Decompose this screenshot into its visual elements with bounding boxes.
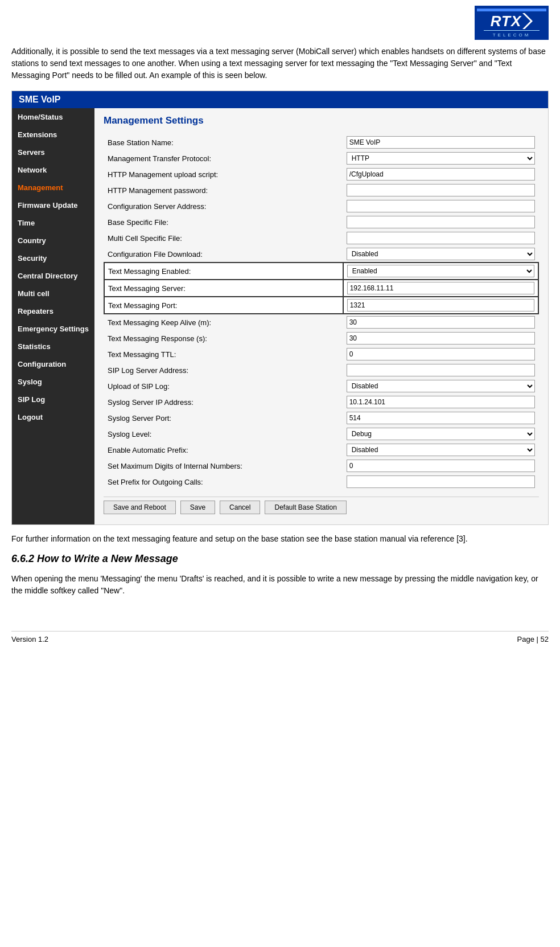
form-input-2[interactable] bbox=[347, 168, 535, 181]
form-input-16[interactable] bbox=[347, 396, 535, 408]
form-input-cell-2 bbox=[343, 166, 538, 182]
main-content: Management Settings Base Station Name:Ma… bbox=[94, 108, 548, 524]
footer-page: Page | 52 bbox=[517, 635, 549, 643]
form-input-20[interactable] bbox=[347, 460, 535, 472]
sidebar-item-logout[interactable]: Logout bbox=[12, 408, 94, 426]
sidebar-item-syslog[interactable]: Syslog bbox=[12, 373, 94, 391]
form-select-18[interactable]: DebugInfoWarningError bbox=[347, 428, 535, 440]
form-label-17: Syslog Server Port: bbox=[104, 410, 343, 426]
form-input-cell-15: DisabledEnabled bbox=[343, 378, 538, 394]
ui-body: Home/StatusExtensionsServersNetworkManag… bbox=[12, 108, 548, 524]
form-input-3[interactable] bbox=[347, 184, 535, 196]
sidebar-item-extensions[interactable]: Extensions bbox=[12, 126, 94, 144]
form-row-3: HTTP Management password: bbox=[104, 182, 538, 198]
form-label-6: Multi Cell Specific File: bbox=[104, 230, 343, 246]
form-row-11: Text Messaging Keep Alive (m): bbox=[104, 314, 538, 330]
section-heading: 6.6.2 How to Write a New Message bbox=[11, 553, 549, 565]
form-label-11: Text Messaging Keep Alive (m): bbox=[104, 314, 343, 330]
form-row-17: Syslog Server Port: bbox=[104, 410, 538, 426]
form-row-15: Upload of SIP Log:DisabledEnabled bbox=[104, 378, 538, 394]
cancel-button[interactable]: Cancel bbox=[220, 501, 260, 514]
form-select-8[interactable]: DisabledEnabled bbox=[347, 265, 534, 277]
form-input-6[interactable] bbox=[347, 232, 535, 244]
form-input-cell-1: HTTPHTTPS bbox=[343, 150, 538, 166]
form-input-cell-20 bbox=[343, 458, 538, 474]
form-input-4[interactable] bbox=[347, 200, 535, 212]
form-row-5: Base Specific File: bbox=[104, 214, 538, 230]
form-input-14[interactable] bbox=[347, 364, 535, 376]
form-row-18: Syslog Level:DebugInfoWarningError bbox=[104, 426, 538, 442]
sidebar-item-multi-cell[interactable]: Multi cell bbox=[12, 285, 94, 302]
form-label-9: Text Messaging Server: bbox=[104, 280, 343, 297]
form-input-cell-17 bbox=[343, 410, 538, 426]
sidebar-item-management[interactable]: Management bbox=[12, 179, 94, 196]
post-paragraph: For further information on the text mess… bbox=[11, 533, 549, 545]
form-label-15: Upload of SIP Log: bbox=[104, 378, 343, 394]
sidebar-item-central-directory[interactable]: Central Directory bbox=[12, 267, 94, 285]
form-input-11[interactable] bbox=[347, 316, 535, 329]
sidebar-item-repeaters[interactable]: Repeaters bbox=[12, 302, 94, 320]
form-label-0: Base Station Name: bbox=[104, 134, 343, 150]
form-label-10: Text Messaging Port: bbox=[104, 297, 343, 314]
form-buttons: Save and RebootSaveCancelDefault Base St… bbox=[104, 497, 539, 518]
form-input-17[interactable] bbox=[347, 412, 535, 424]
sidebar-item-firmware-update[interactable]: Firmware Update bbox=[12, 196, 94, 214]
sidebar: Home/StatusExtensionsServersNetworkManag… bbox=[12, 108, 94, 524]
form-input-cell-13 bbox=[343, 346, 538, 362]
form-input-cell-10 bbox=[343, 297, 538, 314]
sidebar-item-sip-log[interactable]: SIP Log bbox=[12, 391, 94, 408]
form-row-21: Set Prefix for Outgoing Calls: bbox=[104, 474, 538, 490]
form-input-cell-19: DisabledEnabled bbox=[343, 442, 538, 458]
form-select-15[interactable]: DisabledEnabled bbox=[347, 380, 535, 392]
sidebar-item-servers[interactable]: Servers bbox=[12, 144, 94, 161]
form-table: Base Station Name:Management Transfer Pr… bbox=[104, 134, 539, 490]
sidebar-item-security[interactable]: Security bbox=[12, 249, 94, 267]
form-input-13[interactable] bbox=[347, 348, 535, 360]
form-input-cell-4 bbox=[343, 198, 538, 214]
form-row-20: Set Maximum Digits of Internal Numbers: bbox=[104, 458, 538, 474]
sidebar-item-time[interactable]: Time bbox=[12, 214, 94, 232]
logo-rtx-text: RTX bbox=[491, 14, 522, 28]
default-base-button[interactable]: Default Base Station bbox=[265, 501, 346, 514]
section-body: When opening the menu 'Messaging' the me… bbox=[11, 573, 549, 597]
form-label-18: Syslog Level: bbox=[104, 426, 343, 442]
save-button[interactable]: Save bbox=[180, 501, 215, 514]
sidebar-item-country[interactable]: Country bbox=[12, 232, 94, 249]
form-label-7: Configuration File Download: bbox=[104, 246, 343, 263]
form-input-12[interactable] bbox=[347, 332, 535, 345]
form-row-16: Syslog Server IP Address: bbox=[104, 394, 538, 410]
logo-arrow-icon bbox=[522, 13, 533, 29]
save-reboot-button[interactable]: Save and Reboot bbox=[104, 501, 176, 514]
form-select-7[interactable]: DisabledEnabled bbox=[347, 248, 535, 260]
form-label-13: Text Messaging TTL: bbox=[104, 346, 343, 362]
form-input-cell-16 bbox=[343, 394, 538, 410]
form-label-1: Management Transfer Protocol: bbox=[104, 150, 343, 166]
form-input-cell-11 bbox=[343, 314, 538, 330]
form-input-5[interactable] bbox=[347, 216, 535, 228]
form-label-5: Base Specific File: bbox=[104, 214, 343, 230]
header-logo-area: RTX TELECOM bbox=[11, 6, 549, 40]
form-input-0[interactable] bbox=[347, 136, 535, 149]
form-label-21: Set Prefix for Outgoing Calls: bbox=[104, 474, 343, 490]
form-row-9: Text Messaging Server: bbox=[104, 280, 538, 297]
sidebar-item-network[interactable]: Network bbox=[12, 161, 94, 179]
form-input-10[interactable] bbox=[347, 299, 534, 311]
form-label-14: SIP Log Server Address: bbox=[104, 362, 343, 378]
form-input-9[interactable] bbox=[347, 282, 534, 294]
sidebar-item-configuration[interactable]: Configuration bbox=[12, 355, 94, 373]
form-label-19: Enable Automatic Prefix: bbox=[104, 442, 343, 458]
form-label-3: HTTP Management password: bbox=[104, 182, 343, 198]
form-input-cell-8: DisabledEnabled bbox=[343, 263, 538, 280]
form-select-1[interactable]: HTTPHTTPS bbox=[347, 152, 535, 165]
logo-telecom-text: TELECOM bbox=[493, 32, 531, 38]
sidebar-item-home-status[interactable]: Home/Status bbox=[12, 108, 94, 126]
form-input-21[interactable] bbox=[347, 475, 535, 488]
form-select-19[interactable]: DisabledEnabled bbox=[347, 444, 535, 456]
svg-marker-0 bbox=[522, 13, 533, 29]
form-row-4: Configuration Server Address: bbox=[104, 198, 538, 214]
form-row-6: Multi Cell Specific File: bbox=[104, 230, 538, 246]
sidebar-item-statistics[interactable]: Statistics bbox=[12, 338, 94, 355]
form-label-20: Set Maximum Digits of Internal Numbers: bbox=[104, 458, 343, 474]
page-footer: Version 1.2 Page | 52 bbox=[11, 631, 549, 643]
sidebar-item-emergency-settings[interactable]: Emergency Settings bbox=[12, 320, 94, 338]
